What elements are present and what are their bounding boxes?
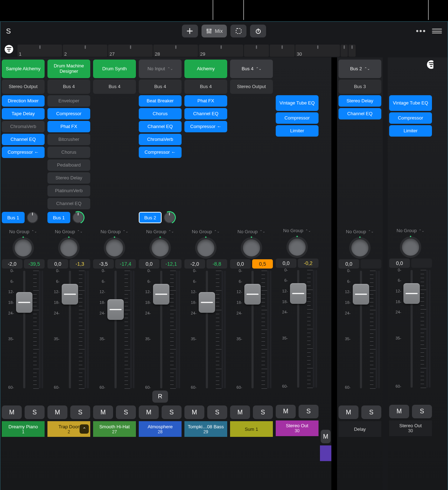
solo-button[interactable]: S: [361, 405, 381, 419]
mute-button[interactable]: M: [338, 405, 358, 419]
track-name-label[interactable]: Trap Door2⌃: [47, 421, 90, 437]
overview-track[interactable]: 30: [295, 45, 340, 57]
peak-readout[interactable]: [411, 259, 432, 268]
volume-fader[interactable]: [403, 283, 420, 304]
output-slot[interactable]: Stereo Output: [2, 80, 45, 94]
plugin-slot[interactable]: Compressor: [47, 108, 90, 119]
track-name-label[interactable]: Dreamy Piano1: [2, 421, 45, 437]
plugin-slot[interactable]: Stereo Delay: [47, 172, 90, 184]
peak-readout[interactable]: -0,2: [298, 259, 319, 268]
track-name-label[interactable]: Atmosphere28: [139, 421, 182, 437]
send-level-knob[interactable]: [164, 212, 175, 223]
volume-fader[interactable]: [153, 284, 169, 305]
track-name-label[interactable]: Stereo Out30: [389, 420, 432, 436]
overview-track[interactable]: 29: [199, 45, 243, 57]
solo-button[interactable]: S: [412, 405, 432, 418]
volume-fader[interactable]: [290, 283, 306, 304]
output-slot[interactable]: Bus 4: [184, 80, 227, 94]
instrument-slot[interactable]: Alchemy: [184, 60, 227, 78]
instrument-slot[interactable]: Bus 4⌃⌄: [230, 60, 273, 78]
mute-button[interactable]: M: [276, 405, 296, 418]
group-selector[interactable]: No Group⌃⌄: [2, 226, 45, 237]
power-button[interactable]: [250, 25, 266, 37]
pan-knob[interactable]: [60, 239, 77, 256]
plugin-slot[interactable]: Phat FX: [184, 95, 227, 107]
chevron-up-icon[interactable]: ⌃: [80, 424, 89, 434]
plugin-slot[interactable]: Chorus: [47, 147, 90, 158]
plugin-slot[interactable]: Stereo Delay: [338, 95, 381, 107]
plugin-slot[interactable]: Compressor: [276, 112, 319, 124]
plugin-slot[interactable]: Channel EQ: [184, 108, 227, 119]
send-slot[interactable]: Bus 1: [2, 212, 25, 223]
peak-readout[interactable]: 0,5: [252, 259, 273, 269]
overview-track[interactable]: 27: [108, 45, 153, 57]
mute-button[interactable]: M: [139, 405, 159, 419]
peak-readout[interactable]: -39,5: [24, 259, 45, 269]
record-enable-button[interactable]: R: [152, 391, 168, 403]
pan-knob[interactable]: [152, 239, 169, 256]
plugin-slot[interactable]: ChromaVerb: [139, 134, 182, 145]
plugin-slot[interactable]: Channel EQ: [47, 198, 90, 209]
volume-fader[interactable]: [244, 284, 261, 305]
plugin-slot[interactable]: Limiter: [276, 125, 319, 137]
output-slot[interactable]: Bus 4: [139, 80, 182, 94]
group-selector[interactable]: No Group⌃⌄: [93, 226, 136, 237]
solo-button[interactable]: S: [299, 405, 319, 418]
output-slot[interactable]: Stereo Output: [230, 80, 273, 94]
plugin-slot[interactable]: Phat FX: [47, 121, 90, 132]
plugin-slot[interactable]: Direction Mixer: [2, 95, 45, 107]
plugin-slot[interactable]: PlatinumVerb: [47, 185, 90, 196]
volume-fader[interactable]: [62, 284, 78, 305]
output-slot[interactable]: Bus 4: [93, 80, 136, 94]
plugin-slot[interactable]: Vintage Tube EQ: [389, 95, 432, 111]
group-selector[interactable]: No Group⌃⌄: [230, 226, 273, 237]
track-name-label[interactable]: Delay: [338, 421, 381, 437]
solo-button[interactable]: S: [25, 405, 45, 419]
mute-button[interactable]: M: [184, 405, 204, 419]
peak-readout[interactable]: -1,3: [70, 259, 90, 269]
track-name-label[interactable]: Stereo Out30: [276, 420, 319, 436]
track-name-label[interactable]: Tompki…08 Bass29: [184, 421, 227, 437]
volume-fader[interactable]: [16, 292, 32, 313]
plugin-slot[interactable]: Compressor ←: [2, 147, 45, 158]
pan-knob[interactable]: [106, 239, 123, 256]
instrument-slot[interactable]: Bus 2⌃⌄: [338, 60, 381, 78]
track-name-label[interactable]: Sum 1: [230, 421, 273, 437]
mute-button[interactable]: M: [2, 405, 22, 419]
view-mode-mix[interactable]: Mix: [202, 25, 227, 37]
mute-button[interactable]: M: [321, 430, 331, 443]
group-selector[interactable]: No Group⌃⌄: [389, 225, 432, 236]
group-selector[interactable]: No Group⌃⌄: [184, 226, 227, 237]
send-level-knob[interactable]: [72, 212, 84, 223]
plugin-slot[interactable]: Tape Delay: [2, 108, 45, 119]
instrument-slot[interactable]: Sample Alchemy: [2, 60, 45, 78]
overview-track[interactable]: 2: [63, 45, 107, 57]
volume-fader[interactable]: [353, 284, 369, 305]
plugin-slot[interactable]: Channel EQ: [2, 134, 45, 145]
plugin-slot[interactable]: Compressor ←: [184, 121, 227, 132]
plugin-slot[interactable]: Vintage Tube EQ: [276, 95, 319, 111]
volume-fader[interactable]: [107, 299, 124, 320]
filter-button-left[interactable]: [5, 45, 13, 53]
solo-button[interactable]: S: [116, 405, 136, 419]
pan-knob[interactable]: [15, 239, 32, 256]
plugin-slot[interactable]: ChromaVerb: [2, 121, 45, 132]
plugin-slot[interactable]: Beat Breaker: [139, 95, 182, 107]
overview-track[interactable]: 28: [153, 45, 198, 57]
more-menu-button[interactable]: •••: [416, 27, 426, 35]
pan-knob[interactable]: [351, 239, 368, 256]
plugin-slot[interactable]: Enveloper: [47, 95, 90, 107]
instrument-slot[interactable]: No Input⌃⌄: [139, 60, 182, 78]
send-slot[interactable]: Bus 2: [139, 212, 162, 223]
send-slot[interactable]: Bus 1: [47, 212, 70, 223]
solo-button[interactable]: S: [253, 405, 273, 419]
plugin-slot[interactable]: Compressor ←: [139, 147, 182, 158]
overview-track[interactable]: [348, 45, 356, 57]
pan-knob[interactable]: [243, 239, 260, 256]
output-slot[interactable]: Bus 3: [338, 80, 381, 94]
group-selector[interactable]: No Group⌃⌄: [139, 226, 182, 237]
instrument-slot[interactable]: Drum Synth: [93, 60, 136, 78]
track-name-label[interactable]: Smooth Hi-Hat27: [93, 421, 136, 437]
group-selector[interactable]: No Group⌃⌄: [276, 225, 319, 236]
group-selector[interactable]: No Group⌃⌄: [338, 226, 381, 237]
